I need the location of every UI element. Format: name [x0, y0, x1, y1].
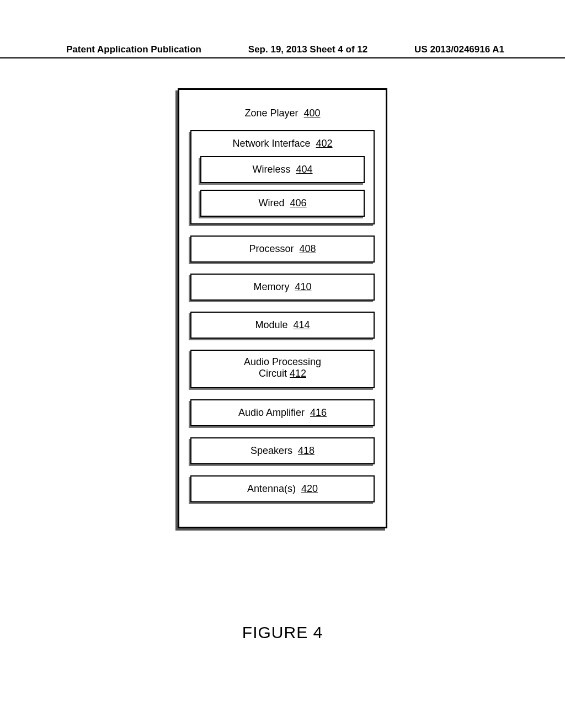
audio-processing-label: Audio Processing	[244, 356, 321, 367]
memory-ref: 410	[295, 281, 312, 292]
speakers-ref: 418	[298, 445, 315, 456]
header-left: Patent Application Publication	[66, 44, 201, 55]
antennas-box: Antenna(s) 420	[190, 475, 375, 502]
wireless-ref: 404	[296, 164, 313, 175]
network-interface-ref: 402	[316, 138, 333, 149]
module-label: Module	[255, 319, 287, 330]
audio-processing-ref: 412	[290, 368, 306, 379]
wired-box: Wired 406	[200, 190, 365, 217]
wireless-label: Wireless	[252, 164, 290, 175]
network-interface-label: Network Interface	[232, 138, 310, 149]
wired-label: Wired	[258, 197, 284, 208]
memory-box: Memory 410	[190, 274, 375, 301]
zone-player-label: Zone Player	[244, 108, 298, 119]
processor-ref: 408	[300, 243, 316, 254]
header-center: Sep. 19, 2013 Sheet 4 of 12	[248, 44, 367, 55]
antennas-label: Antenna(s)	[247, 483, 296, 494]
audio-processing-box: Audio Processing Circuit 412	[190, 350, 375, 388]
figure-caption: FIGURE 4	[0, 623, 565, 642]
zone-player-title: Zone Player 400	[188, 108, 377, 119]
zone-player-ref: 400	[304, 108, 321, 119]
wireless-box: Wireless 404	[200, 156, 365, 183]
speakers-box: Speakers 418	[190, 437, 375, 464]
network-interface-box: Network Interface 402 Wireless 404 Wired…	[190, 130, 375, 224]
page-header: Patent Application Publication Sep. 19, …	[0, 44, 565, 58]
module-ref: 414	[294, 319, 310, 330]
processor-label: Processor	[249, 243, 294, 254]
module-box: Module 414	[190, 312, 375, 339]
audio-amplifier-ref: 416	[310, 407, 327, 418]
audio-amplifier-box: Audio Amplifier 416	[190, 399, 375, 426]
processor-box: Processor 408	[190, 235, 375, 263]
audio-amplifier-label: Audio Amplifier	[238, 407, 305, 418]
wired-ref: 406	[290, 197, 307, 208]
zone-player-box: Zone Player 400 Network Interface 402 Wi…	[178, 88, 387, 528]
diagram-area: Zone Player 400 Network Interface 402 Wi…	[0, 88, 565, 528]
header-right: US 2013/0246916 A1	[414, 44, 504, 55]
speakers-label: Speakers	[250, 445, 292, 456]
memory-label: Memory	[253, 281, 289, 292]
antennas-ref: 420	[301, 483, 318, 494]
